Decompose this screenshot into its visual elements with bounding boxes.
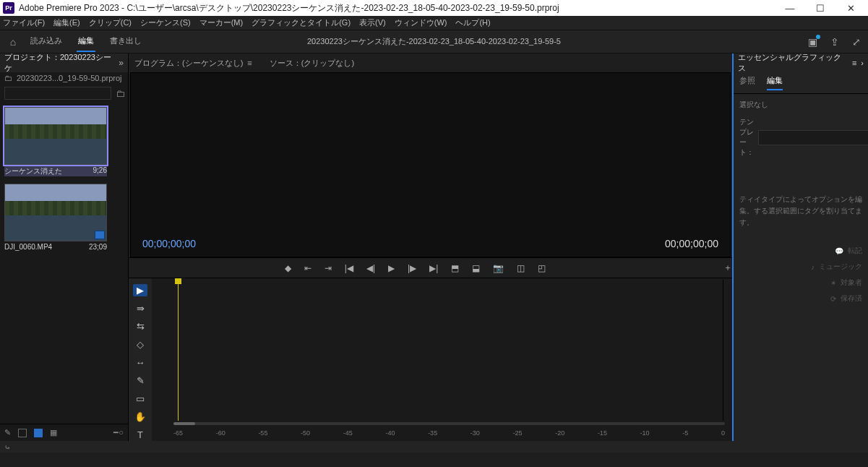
window-title: Adobe Premiere Pro 2023 - C:\ユーザー\arcsa\…	[19, 2, 781, 14]
insert-icon[interactable]: ⬒	[451, 263, 459, 273]
step-forward-button[interactable]: ▶|	[429, 263, 438, 273]
eg-template-input[interactable]	[758, 130, 868, 145]
clip-name: DJI_0060.MP4	[4, 243, 52, 251]
project-clip[interactable]: DJI_0060.MP4 23;09	[4, 184, 107, 251]
timeline-body[interactable]: -65-60-55-50-45-40-35-30-25-20-15-10-50	[152, 278, 732, 441]
eg-hint-text: ティイタイプによってオプションを編集。する選択範囲にタグを割り当てます。	[739, 194, 862, 228]
workspace-tab-import[interactable]: 読み込み	[29, 31, 64, 52]
program-tc-out[interactable]: 00;00;00;00	[665, 238, 718, 249]
essential-graphics-panel: エッセンシャルグラフィックス ≡ › 参照 編集 選択なし テンプレート： ティ…	[732, 53, 868, 441]
project-clip[interactable]: シーケンス消えた 9;26	[4, 107, 107, 176]
eg-tab-browse[interactable]: 参照	[739, 75, 755, 90]
close-button[interactable]: ✕	[842, 3, 859, 14]
rectangle-tool[interactable]: ▭	[133, 393, 147, 405]
menu-edit[interactable]: 編集(E)	[53, 17, 80, 28]
button-editor-icon[interactable]: ＋	[723, 262, 732, 274]
eg-action-music[interactable]: ♪ミュージック	[811, 262, 862, 272]
go-out-icon[interactable]: ⇥	[325, 263, 332, 273]
eg-no-selection: 選択なし	[739, 100, 862, 110]
eg-action-transcribe[interactable]: 💬転記	[835, 246, 862, 256]
video-badge-icon	[95, 231, 105, 239]
clip-thumbnail[interactable]	[4, 184, 107, 241]
transport-bar: ◆ ⇤ ⇥ |◀ ◀| ▶ |▶ ▶| ⬒ ⬓ 📷 ◫ ◰ ＋	[129, 257, 732, 278]
playhead[interactable]	[178, 278, 179, 421]
project-footer: ✎ ▦ ━○	[0, 424, 128, 441]
panel-overflow-icon[interactable]: »	[119, 58, 124, 68]
overwrite-icon[interactable]: ⬓	[472, 263, 480, 273]
play-forward-button[interactable]: |▶	[408, 263, 416, 273]
pen-icon[interactable]: ✎	[4, 428, 11, 437]
workspace-tab-edit[interactable]: 編集	[77, 31, 95, 52]
panel-menu-icon[interactable]: ≡	[247, 59, 252, 67]
program-monitor-view[interactable]: 00;00;00;00 00;00;00;00	[130, 72, 731, 257]
status-icon: ⤿	[4, 443, 10, 451]
clip-name: シーケンス消えた	[4, 166, 62, 176]
search-input[interactable]	[4, 87, 111, 100]
menu-clip[interactable]: クリップ(C)	[89, 17, 132, 28]
hand-tool[interactable]: ✋	[133, 411, 147, 423]
window-titlebar: Pr Adobe Premiere Pro 2023 - C:\ユーザー\arc…	[0, 0, 868, 16]
minimize-button[interactable]: —	[781, 3, 799, 14]
type-tool[interactable]: T	[133, 429, 147, 441]
razor-tool[interactable]: ◇	[133, 338, 147, 351]
music-icon: ♪	[811, 263, 815, 271]
maximize-button[interactable]: ☐	[812, 3, 829, 14]
eg-action-saved[interactable]: ⟳保存済	[830, 294, 862, 304]
menu-view[interactable]: 表示(V)	[359, 17, 386, 28]
comparison-icon[interactable]: ◫	[517, 263, 525, 273]
menu-window[interactable]: ウィンドウ(W)	[395, 17, 447, 28]
menu-marker[interactable]: マーカー(M)	[199, 17, 244, 28]
home-icon[interactable]: ⌂	[0, 36, 26, 48]
mark-in-icon[interactable]: ◆	[285, 263, 291, 273]
speech-icon: 💬	[835, 247, 843, 255]
eg-action-target[interactable]: ✶対象者	[830, 278, 862, 288]
eg-panel-title: エッセンシャルグラフィックス	[738, 52, 848, 74]
selection-tool[interactable]: ▶	[133, 284, 147, 296]
safe-margins-icon[interactable]: ◰	[538, 263, 546, 273]
program-tc-in[interactable]: 00;00;00;00	[142, 238, 196, 249]
ripple-edit-tool[interactable]: ⇆	[133, 320, 147, 333]
pen-tool[interactable]: ✎	[133, 374, 147, 387]
program-header: プログラム：(シーケンスなし) ≡ ソース：(クリップなし)	[129, 53, 732, 72]
timeline-panel: ▶ ⇛ ⇆ ◇ ↔ ✎ ▭ ✋ T -65-60-55-50-45-40-35-…	[129, 278, 732, 441]
play-button[interactable]: ▶	[388, 263, 395, 273]
document-name: 20230223シーケンス消えた-2023-02-23_18-05-40-202…	[307, 36, 561, 47]
go-in-icon[interactable]: ⇤	[304, 263, 311, 273]
fullscreen-icon[interactable]: ⤢	[852, 36, 861, 48]
track-select-tool[interactable]: ⇛	[133, 302, 147, 314]
panel-menu-icon[interactable]: ≡	[852, 59, 856, 67]
source-monitor-title[interactable]: ソース：(クリップなし)	[270, 58, 354, 69]
eg-tab-edit[interactable]: 編集	[767, 75, 783, 90]
menu-help[interactable]: ヘルプ(H)	[455, 17, 490, 28]
clip-duration: 9;26	[93, 166, 107, 176]
timeline-ruler: -65-60-55-50-45-40-35-30-25-20-15-10-50	[173, 429, 725, 437]
panel-overflow-icon[interactable]: ›	[861, 59, 864, 67]
status-bar: ⤿	[0, 441, 868, 453]
export-frame-icon[interactable]: 📷	[493, 263, 504, 273]
icon-view-icon[interactable]	[34, 429, 43, 437]
app-icon: Pr	[3, 2, 14, 14]
project-panel-title: プロジェクト：20230223シーケ	[4, 52, 114, 74]
list-view-icon[interactable]	[18, 429, 27, 437]
program-monitor-title[interactable]: プログラム：(シーケンスなし)	[134, 58, 243, 69]
step-back-button[interactable]: |◀	[345, 263, 353, 273]
bin-folder-icon[interactable]: 🗀	[4, 74, 12, 82]
freeform-view-icon[interactable]: ▦	[50, 428, 57, 437]
menu-graphics[interactable]: グラフィックとタイトル(G)	[252, 17, 351, 28]
sparkle-icon: ✶	[830, 279, 836, 287]
zoom-slider-icon[interactable]: ━○	[113, 428, 124, 437]
menubar: ファイル(F) 編集(E) クリップ(C) シーケンス(S) マーカー(M) グ…	[0, 16, 868, 30]
menu-file[interactable]: ファイル(F)	[3, 17, 45, 28]
play-backward-button[interactable]: ◀|	[366, 263, 375, 273]
workspace-tab-export[interactable]: 書き出し	[108, 31, 143, 52]
slip-tool[interactable]: ↔	[133, 356, 147, 369]
quick-export-icon[interactable]: ▣	[808, 36, 817, 48]
project-panel: プロジェクト：20230223シーケ » 🗀 20230223...0_19-5…	[0, 53, 129, 441]
clip-thumbnail[interactable]	[4, 107, 107, 165]
bin-name: 20230223...0_19-59-50.prproj	[17, 74, 122, 82]
share-icon[interactable]: ⇪	[830, 36, 839, 48]
new-bin-icon[interactable]: 🗀	[116, 88, 125, 99]
timeline-zoom-slider[interactable]	[173, 422, 725, 425]
menu-sequence[interactable]: シーケンス(S)	[140, 17, 191, 28]
eg-template-label: テンプレート：	[739, 117, 754, 158]
